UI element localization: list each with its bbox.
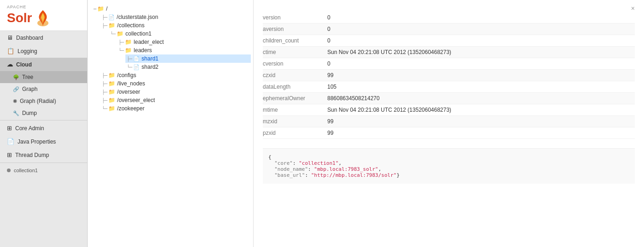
folder-collection1-icon: 📁 [117, 30, 124, 37]
tree-node-leaders[interactable]: └─ 📁 leaders [117, 46, 251, 54]
property-value: 0 [327, 24, 635, 35]
property-value: 99 [327, 70, 635, 81]
tree-node-collection1-label: collection1 [125, 30, 152, 37]
connector-overseer: ├─ [102, 90, 107, 95]
property-key: mzxid [263, 116, 327, 127]
sidebar-item-dashboard[interactable]: 🖥 Dashboard [0, 31, 87, 44]
graph-icon: 🔗 [13, 86, 19, 92]
tree-node-clusterstate-label: /clusterstate.json [117, 14, 158, 20]
collection-label: collection1 [14, 168, 38, 173]
property-value: 99 [327, 127, 635, 139]
logging-label: Logging [18, 48, 37, 54]
tree-node-overseer-label: /overseer [117, 89, 140, 95]
core-admin-label: Core Admin [15, 125, 44, 132]
property-value: 0 [327, 12, 635, 24]
tree-node-root-label: / [106, 6, 107, 12]
sidebar-item-java-properties[interactable]: 📄 Java Properties [0, 135, 87, 148]
tree-node-configs[interactable]: ├─ 📁 /configs [100, 71, 251, 79]
property-row: mzxid 99 [263, 116, 635, 127]
sidebar-item-graph[interactable]: 🔗 Graph [0, 83, 87, 95]
solr-flame-icon [34, 9, 52, 27]
folder-configs-icon: 📁 [108, 72, 115, 78]
file-clusterstate-icon: 📄 [108, 14, 115, 20]
tree-node-overseer-elect-label: /overseer_elect [117, 97, 155, 103]
property-row: dataLength 105 [263, 81, 635, 93]
tree-node-shard1-label: shard1 [142, 55, 159, 62]
connector-shard1: ├─ [127, 56, 132, 61]
tree-node-leader-elect[interactable]: ├─ 📁 leader_elect [117, 38, 251, 46]
connector-leader-elect: ├─ [118, 40, 124, 45]
java-properties-icon: 📄 [7, 138, 14, 145]
file-shard1-icon: 📄 [133, 56, 140, 62]
close-button[interactable]: × [631, 5, 635, 12]
folder-overseer-elect-icon: 📁 [108, 97, 115, 103]
property-row: mtime Sun Nov 04 20:21:08 UTC 2012 (1352… [263, 104, 635, 116]
property-key: version [263, 12, 327, 24]
dashboard-icon: 🖥 [7, 34, 13, 41]
property-key: cversion [263, 58, 327, 70]
properties-table: version 0 aversion 0 children_count 0 ct… [263, 12, 635, 139]
solr-text: Solr [7, 12, 32, 24]
folder-collections-icon: 📁 [108, 22, 115, 29]
tree-node-shard2[interactable]: └─ 📄 shard2 [125, 63, 251, 71]
sidebar-item-logging[interactable]: 📋 Logging [0, 44, 87, 58]
property-value: 88608634508214270 [327, 93, 635, 104]
tree-node-shard2-label: shard2 [142, 64, 159, 70]
sidebar-item-graph-radial[interactable]: ❋ Graph (Radial) [0, 95, 87, 107]
tree-children-collections: └─ 📁 collection1 ├─ 📁 leader_elect [100, 30, 251, 71]
property-row: czxid 99 [263, 70, 635, 81]
tree-node-root[interactable]: ─ 📁 / [92, 5, 251, 13]
connector-collections: ├─ [102, 23, 107, 28]
graph-radial-label: Graph (Radial) [20, 98, 56, 104]
tree-node-live-nodes[interactable]: ├─ 📁 /live_nodes [100, 79, 251, 88]
sidebar-item-core-admin[interactable]: ⊞ Core Admin [0, 121, 87, 135]
tree-node-collections[interactable]: ├─ 📁 /collections [100, 21, 251, 30]
property-value: 0 [327, 58, 635, 70]
property-key: children_count [263, 35, 327, 47]
folder-live-nodes-icon: 📁 [108, 80, 115, 87]
cloud-icon: ☁ [7, 61, 13, 68]
property-value: Sun Nov 04 20:21:08 UTC 2012 (1352060468… [327, 47, 635, 58]
collection-dot [7, 169, 11, 172]
tree-node-overseer-elect[interactable]: ├─ 📁 /overseer_elect [100, 96, 251, 104]
tree-children-leaders: ├─ 📄 shard1 └─ 📄 shard2 [117, 54, 251, 71]
property-row: version 0 [263, 12, 635, 24]
property-row: ctime Sun Nov 04 20:21:08 UTC 2012 (1352… [263, 47, 635, 58]
tree-node-overseer[interactable]: ├─ 📁 /overseer [100, 88, 251, 96]
tree-label: Tree [22, 74, 33, 80]
apache-label: Apache [7, 5, 80, 9]
dashboard-label: Dashboard [16, 35, 43, 41]
json-content: { "core": "collection1", "node_name": "m… [263, 148, 635, 184]
java-properties-label: Java Properties [18, 139, 56, 145]
tree-root: ─ 📁 / ├─ 📄 /clusterstate.json ├─ 📁 /coll… [90, 5, 251, 113]
collection-section[interactable]: collection1 [0, 164, 87, 177]
sidebar-item-dump[interactable]: 🔧 Dump [0, 107, 87, 119]
folder-overseer-icon: 📁 [108, 89, 115, 95]
connector-clusterstate: ├─ [102, 15, 107, 20]
expand-root-icon: ─ [94, 6, 96, 12]
sidebar: Apache Solr 🖥 Dashboard 📋 Logging ☁ Clou… [0, 0, 88, 247]
tree-panel: ─ 📁 / ├─ 📄 /clusterstate.json ├─ 📁 /coll… [88, 0, 254, 247]
property-value: 99 [327, 116, 635, 127]
tree-node-shard1[interactable]: ├─ 📄 shard1 [125, 54, 251, 63]
property-row: ephemeralOwner 88608634508214270 [263, 93, 635, 104]
logo-area: Apache Solr [0, 0, 87, 31]
property-key: czxid [263, 70, 327, 81]
connector-leaders: └─ [118, 48, 124, 53]
sidebar-item-cloud[interactable]: ☁ Cloud [0, 58, 87, 71]
property-value: Sun Nov 04 20:21:08 UTC 2012 (1352060468… [327, 104, 635, 116]
sidebar-item-tree[interactable]: 🌳 Tree [0, 71, 87, 83]
property-key: mtime [263, 104, 327, 116]
tree-node-collection1[interactable]: └─ 📁 collection1 [109, 30, 251, 38]
tree-node-zookeeper-label: /zookeeper [117, 105, 144, 112]
property-key: aversion [263, 24, 327, 35]
property-key: pzxid [263, 127, 327, 139]
tree-icon: 🌳 [13, 74, 19, 80]
tree-node-clusterstate[interactable]: ├─ 📄 /clusterstate.json [100, 13, 251, 21]
property-row: pzxid 99 [263, 127, 635, 139]
tree-node-zookeeper[interactable]: └─ 📁 /zookeeper [100, 104, 251, 113]
folder-leaders-icon: 📁 [125, 47, 132, 54]
sidebar-item-thread-dump[interactable]: ⊞ Thread Dump [0, 148, 87, 162]
graph-radial-icon: ❋ [13, 98, 17, 104]
connector-configs: ├─ [102, 73, 107, 78]
